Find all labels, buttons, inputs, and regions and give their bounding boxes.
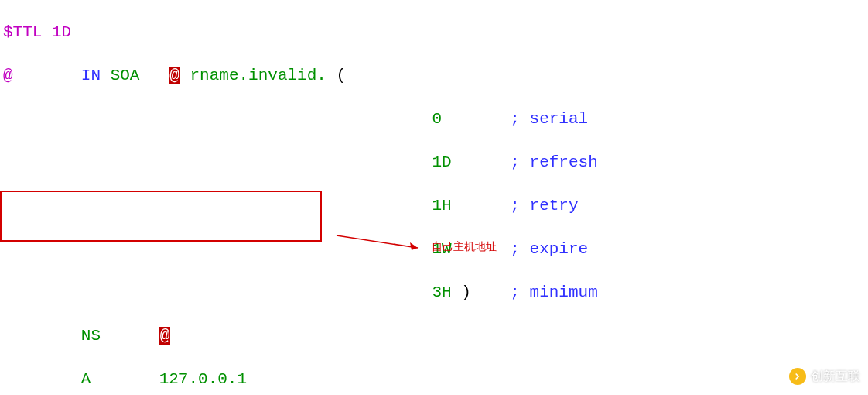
rr-ns: NS	[81, 327, 101, 345]
rr-soa: SOA	[111, 67, 140, 84]
annotation-text: 自己主机地址	[432, 235, 497, 257]
soa-retry: 1H	[432, 197, 452, 215]
soa-rname: rname.invalid.	[190, 67, 326, 84]
comment-minimum: ; minimum	[510, 283, 597, 301]
zone-file-code: $TTL 1D @ IN SOA @ rname.invalid. ( 0 ; …	[0, 0, 601, 395]
watermark-icon	[789, 368, 806, 385]
origin-at: @	[3, 67, 13, 84]
comment-serial: ; serial	[510, 110, 588, 128]
rr-a1: A	[81, 370, 91, 388]
paren-close: )	[461, 283, 471, 301]
paren-open: (	[337, 67, 347, 84]
soa-serial: 0	[432, 110, 443, 128]
ttl-directive: $TTL 1D	[3, 23, 71, 41]
comment-refresh: ; refresh	[510, 153, 597, 171]
watermark-text: 创新互联	[811, 366, 860, 387]
class-in: IN	[81, 67, 101, 84]
comment-retry: ; retry	[510, 197, 578, 215]
soa-mname-at: @	[169, 67, 180, 84]
ns-at: @	[159, 327, 171, 345]
watermark: 创新互联	[789, 366, 860, 387]
comment-expire: ; expire	[510, 240, 588, 258]
soa-refresh: 1D	[432, 153, 452, 171]
soa-minimum: 3H	[432, 283, 452, 301]
a1-ip: 127.0.0.1	[159, 370, 247, 388]
